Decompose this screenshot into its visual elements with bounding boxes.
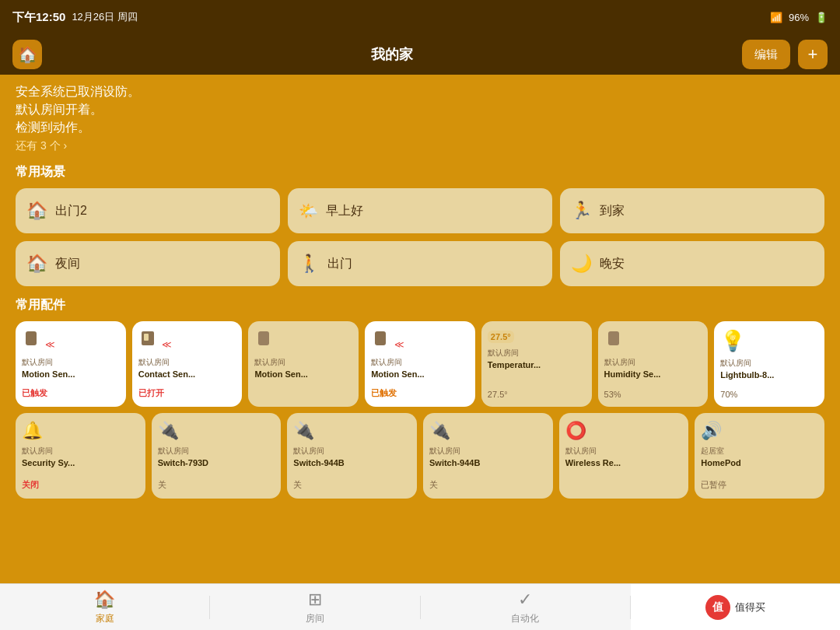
acc-status-hum1: 53%	[604, 390, 702, 399]
acc-card-ms2[interactable]: 默认房间 Motion Sen...	[248, 321, 359, 407]
scenes-section: 常用场景 🏠 出门2 🌤️ 早上好 🏃 到家 🏠 夜间 🚶 出门	[16, 164, 824, 286]
acc-room-cs1: 默认房间	[138, 357, 236, 368]
accessories-row2: 🔔 默认房间 Security Sy... 关闭 🔌 默认房间 Switch-7…	[16, 413, 824, 499]
tab-brand[interactable]: 值 值得买	[631, 584, 840, 630]
scene-icon-4: 🚶	[299, 254, 320, 274]
bulb-icon: 💡	[720, 329, 818, 353]
status-bar: 下午12:50 12月26日 周四 📶 96% 🔋	[0, 0, 840, 34]
alert-line-1: 安全系统已取消设防。	[16, 84, 824, 100]
acc-card-sw3[interactable]: 🔌 默认房间 Switch-944B 关	[423, 413, 553, 499]
acc-name-ms1: Motion Sen...	[22, 369, 120, 379]
svg-rect-4	[375, 331, 386, 345]
acc-name-ms3: Motion Sen...	[371, 369, 469, 379]
wifi-icon: 📶	[770, 12, 782, 23]
top-nav: 🏠 我的家 编辑 +	[0, 34, 840, 75]
acc-status-sw3: 关	[429, 479, 547, 491]
acc-name-sw3: Switch-944B	[429, 458, 547, 467]
acc-room-sw2: 默认房间	[293, 446, 411, 457]
tab-room[interactable]: ⊞ 房间	[210, 584, 419, 630]
acc-status-lb1: 70%	[720, 390, 818, 399]
acc-status-temp1: 27.5°	[488, 390, 586, 399]
switch-icon-3: 🔌	[429, 421, 547, 441]
scene-name-4: 出门	[327, 256, 352, 272]
battery-level: 96%	[789, 12, 809, 23]
accessories-row1: ≪ 默认房间 Motion Sen... 已触发 ≪	[16, 321, 824, 407]
temp-icon: 27.5°	[488, 331, 514, 343]
scene-name-1: 早上好	[326, 203, 363, 219]
acc-status-hp1: 已暂停	[701, 479, 818, 491]
scene-card-1[interactable]: 🌤️ 早上好	[288, 188, 552, 233]
acc-room-ms3: 默认房间	[371, 357, 469, 368]
acc-name-ms2: Motion Sen...	[254, 369, 352, 379]
svg-rect-0	[26, 331, 37, 345]
add-button[interactable]: +	[798, 40, 828, 69]
acc-card-cs1[interactable]: ≪ 默认房间 Contact Sen... 已打开	[132, 321, 243, 407]
accessories-section: 常用配件 ≪ 默认房间 Motion Sen... 已触发	[16, 297, 824, 499]
home-button[interactable]: 🏠	[12, 40, 42, 69]
acc-room-ms2: 默认房间	[254, 357, 352, 368]
scene-icon-3: 🏠	[26, 254, 47, 274]
svg-rect-2	[144, 334, 149, 341]
acc-card-sw1[interactable]: 🔌 默认房间 Switch-793D 关	[152, 413, 282, 499]
acc-status-cs1: 已打开	[138, 387, 236, 399]
acc-room-lb1: 默认房间	[720, 358, 818, 369]
main-content: 安全系统已取消设防。 默认房间开着。 检测到动作。 还有 3 个 › 常用场景 …	[0, 75, 840, 583]
contact-icon-1: ≪	[138, 329, 236, 352]
acc-room-sw3: 默认房间	[429, 446, 547, 457]
status-date: 12月26日 周四	[72, 10, 138, 24]
motion-icon-3: ≪	[371, 329, 469, 352]
acc-room-sw1: 默认房间	[158, 446, 275, 457]
acc-status-sw2: 关	[293, 479, 411, 491]
acc-card-lb1[interactable]: 💡 默认房间 Lightbulb-8... 70%	[714, 321, 824, 407]
acc-status-ms1: 已触发	[22, 387, 120, 399]
acc-card-hp1[interactable]: 🔊 起居室 HomePod 已暂停	[695, 413, 824, 499]
alert-more[interactable]: 还有 3 个 ›	[16, 139, 824, 153]
acc-card-ms1[interactable]: ≪ 默认房间 Motion Sen... 已触发	[16, 321, 126, 407]
motion-icon-2	[254, 329, 352, 352]
acc-card-ms3[interactable]: ≪ 默认房间 Motion Sen... 已触发	[365, 321, 475, 407]
acc-status-sec1: 关闭	[22, 479, 139, 491]
automation-tab-label: 自动化	[511, 612, 539, 625]
scene-icon-1: 🌤️	[299, 201, 318, 220]
scene-card-3[interactable]: 🏠 夜间	[16, 241, 280, 286]
scene-card-2[interactable]: 🏃 到家	[560, 188, 824, 233]
acc-card-temp1[interactable]: 27.5° 默认房间 Temperatur... 27.5°	[481, 321, 592, 407]
switch-icon-1: 🔌	[158, 421, 275, 441]
scene-name-0: 出门2	[55, 203, 87, 219]
tab-home[interactable]: 🏠 家庭	[0, 584, 209, 630]
scene-card-0[interactable]: 🏠 出门2	[16, 188, 280, 233]
scene-name-2: 到家	[600, 203, 625, 219]
acc-room-hp1: 起居室	[701, 446, 818, 457]
acc-room-hum1: 默认房间	[604, 357, 702, 368]
scene-icon-2: 🏃	[571, 201, 592, 221]
acc-card-wr1[interactable]: ⭕ 默认房间 Wireless Re...	[559, 413, 689, 499]
battery-icon: 🔋	[815, 12, 828, 23]
status-time: 下午12:50	[12, 10, 65, 25]
home-tab-label: 家庭	[96, 612, 114, 625]
acc-card-sw2[interactable]: 🔌 默认房间 Switch-944B 关	[287, 413, 417, 499]
switch-icon-2: 🔌	[293, 421, 411, 441]
acc-card-hum1[interactable]: 默认房间 Humidity Se... 53%	[598, 321, 709, 407]
acc-room-temp1: 默认房间	[488, 348, 586, 359]
motion-icon-1: ≪	[22, 329, 120, 352]
acc-room-ms1: 默认房间	[22, 357, 120, 368]
room-tab-icon: ⊞	[308, 590, 322, 610]
acc-name-sw1: Switch-793D	[158, 458, 275, 467]
acc-room-wr1: 默认房间	[565, 446, 683, 457]
wireless-icon: ⭕	[565, 421, 683, 441]
edit-button[interactable]: 编辑	[742, 40, 790, 69]
scene-icon-0: 🏠	[26, 201, 47, 221]
scene-icon-5: 🌙	[571, 254, 592, 274]
homepod-icon: 🔊	[701, 421, 818, 441]
svg-rect-5	[608, 331, 619, 345]
acc-card-sec1[interactable]: 🔔 默认房间 Security Sy... 关闭	[16, 413, 145, 499]
scene-card-5[interactable]: 🌙 晚安	[560, 241, 824, 286]
scenes-grid: 🏠 出门2 🌤️ 早上好 🏃 到家 🏠 夜间 🚶 出门 🌙 晚安	[16, 188, 824, 286]
scenes-title: 常用场景	[16, 164, 824, 180]
acc-room-sec1: 默认房间	[22, 446, 139, 457]
tab-automation[interactable]: ✓ 自动化	[421, 584, 630, 630]
brand-label: 值得买	[735, 600, 765, 614]
scene-card-4[interactable]: 🚶 出门	[288, 241, 552, 286]
security-icon: 🔔	[22, 421, 139, 441]
brand-logo: 值	[705, 595, 730, 620]
